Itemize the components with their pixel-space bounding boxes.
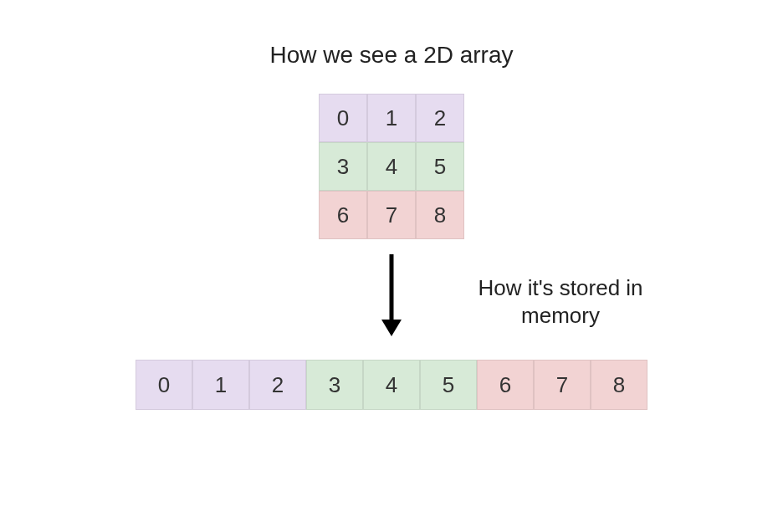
grid-cell: 5 (416, 142, 464, 191)
mem-cell: 0 (136, 360, 192, 410)
mem-cell: 3 (306, 360, 363, 410)
mem-cell: 5 (420, 360, 477, 410)
grid-row-1: 3 4 5 (319, 142, 464, 191)
grid-cell: 6 (319, 191, 367, 239)
grid-row-2: 6 7 8 (319, 191, 464, 239)
title-memory-view: How it's stored in memory (456, 274, 665, 329)
arrow-down-icon (375, 251, 408, 339)
grid-cell: 4 (367, 142, 416, 191)
svg-marker-1 (381, 320, 402, 336)
mem-cell: 4 (363, 360, 420, 410)
title-memory-line1: How it's stored in (478, 275, 642, 300)
mem-cell: 7 (534, 360, 591, 410)
title-memory-line2: memory (521, 303, 600, 328)
grid-cell: 7 (367, 191, 416, 239)
grid-cell: 3 (319, 142, 367, 191)
mem-cell: 6 (477, 360, 534, 410)
grid-cell: 0 (319, 94, 367, 142)
mem-cell: 8 (591, 360, 647, 410)
grid-cell: 2 (416, 94, 464, 142)
grid-cell: 1 (367, 94, 416, 142)
mem-cell: 2 (249, 360, 306, 410)
title-2d-view: How we see a 2D array (0, 42, 783, 69)
grid-row-0: 0 1 2 (319, 94, 464, 142)
mem-cell: 1 (192, 360, 249, 410)
grid-2d-array: 0 1 2 3 4 5 6 7 8 (319, 94, 464, 239)
grid-cell: 8 (416, 191, 464, 239)
linear-memory-array: 0 1 2 3 4 5 6 7 8 (136, 360, 647, 410)
